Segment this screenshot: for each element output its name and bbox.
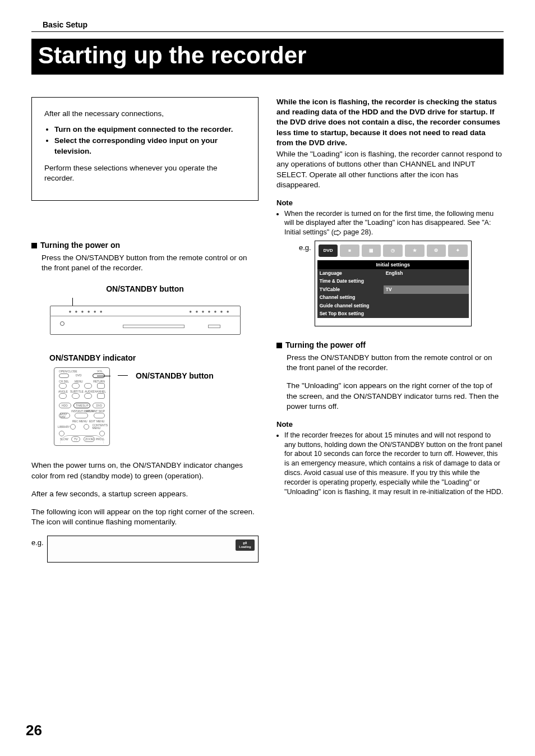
onstandby-button-label: ON/STANDBY button	[31, 284, 259, 294]
intro-lead: After all the necessary connections,	[44, 109, 246, 119]
initial-settings-figure: DVD ■ ▦ ◷ ★ ⚙ ✦ Initial settings Languag…	[315, 241, 472, 326]
onstandby-indicator-label: ON/STANDBY indicator	[49, 353, 259, 363]
right-column: While the icon is flashing, the recorder…	[276, 97, 504, 619]
menu-row-label: Channel setting	[317, 294, 384, 302]
remote-label: VOL	[97, 370, 103, 374]
menu-row: Guide channel setting	[317, 302, 469, 310]
menu-row: TV/CableTV	[317, 285, 469, 293]
menu-row: Time & Date setting	[317, 278, 469, 285]
remote-label: OPEN/CLOSE	[59, 370, 77, 374]
menu-row: Channel setting	[317, 294, 469, 302]
power-off-body: Press the ON/STANDBY button from the rem…	[287, 353, 504, 373]
menu-icon: ★	[405, 245, 425, 257]
menu-icon: ⚙	[427, 245, 446, 257]
remote-label: DVD	[96, 404, 102, 408]
power-on-body: Press the ON/STANDBY button from the rem…	[41, 253, 259, 273]
page-arrow-icon	[334, 230, 342, 236]
indicator-paragraph: When the power turns on, the ON/STANDBY …	[31, 460, 259, 481]
menu-icon: ■	[340, 245, 359, 257]
note-heading: Note	[276, 198, 504, 208]
menu-icon: DVD	[319, 245, 338, 257]
menu-icon: ◷	[383, 245, 403, 257]
remote-label: DVD	[76, 374, 82, 377]
page-number: 26	[26, 722, 42, 739]
bullet-square-icon	[276, 343, 282, 348]
bullet-square-icon	[31, 243, 37, 248]
menu-row-label: Guide channel setting	[317, 302, 384, 310]
remote-onstandby-label: ON/STANDBY button	[136, 371, 214, 381]
section-heading-text: Turning the power on	[40, 240, 120, 251]
menu-row-value: English	[384, 269, 469, 277]
section-heading-power-on: Turning the power on	[31, 240, 259, 251]
note-text-b: page 28).	[342, 228, 373, 236]
startup-paragraph: After a few seconds, a startup screen ap…	[31, 489, 259, 499]
loading-text: Loading	[239, 545, 251, 549]
menu-row-value	[384, 302, 469, 310]
unloading-paragraph: The "Unloading" icon appears on the righ…	[287, 381, 504, 412]
icon-paragraph: The following icon will appear on the to…	[31, 507, 259, 527]
menu-row-label: Set Top Box setting	[317, 310, 384, 318]
remote-label: REC MENU	[72, 420, 87, 423]
menu-icon: ✦	[448, 245, 468, 257]
menu-row: LanguageEnglish	[317, 269, 469, 277]
recorder-front-figure: ● ● ● ● ● ● ● ● ● ● ● ● ●	[50, 298, 241, 343]
flash-bold-paragraph: While the icon is flashing, the recorder…	[276, 98, 500, 147]
note-heading: Note	[276, 420, 504, 430]
intro-tail: Perform these selections whenever you op…	[44, 163, 246, 183]
breadcrumb: Basic Setup	[31, 20, 504, 32]
remote-label: EDIT MENU	[89, 420, 104, 423]
intro-bullet: Select the corresponding video input on …	[54, 136, 246, 156]
loading-screen-figure: ⇄ Loading	[47, 536, 259, 563]
menu-icon-row: DVD ■ ▦ ◷ ★ ⚙ ✦	[317, 243, 469, 260]
menu-title: Initial settings	[317, 260, 469, 269]
menu-row-value	[384, 310, 469, 318]
menu-row-value	[384, 294, 469, 302]
remote-label: LIBRARY	[58, 425, 70, 429]
eg-label: e.g.	[31, 538, 44, 548]
eg-label: e.g.	[299, 243, 311, 253]
note-item: If the recorder freezes for about 15 min…	[284, 431, 504, 497]
menu-row-label: Time & Date setting	[317, 278, 384, 285]
menu-row: Set Top Box setting	[317, 310, 469, 318]
remote-label: TIMESLIP	[76, 404, 89, 408]
intro-bullet: Turn on the equipment connected to the r…	[54, 125, 246, 135]
page-title: Starting up the recorder	[31, 39, 504, 75]
power-button-icon	[60, 321, 64, 326]
section-heading-text: Turning the power off	[285, 340, 366, 351]
menu-row-label: TV/Cable	[317, 285, 384, 293]
section-heading-power-off: Turning the power off	[276, 340, 504, 351]
note-text-a: When the recorder is turned on for the f…	[284, 210, 494, 237]
menu-row-value	[384, 278, 469, 285]
menu-icon: ▦	[362, 245, 381, 257]
remote-figure: OPEN/CLOSE DVD VOL CH SEL MENU RETURN AN…	[54, 367, 110, 446]
note-item: When the recorder is turned on for the f…	[284, 209, 504, 238]
menu-row-value: TV	[384, 285, 469, 293]
remote-label: HDD	[62, 404, 68, 408]
flash-body-paragraph: While the "Loading" icon is flashing, th…	[276, 149, 504, 190]
loading-icon: ⇄ Loading	[236, 540, 255, 551]
intro-box: After all the necessary connections, Tur…	[31, 97, 259, 201]
left-column: After all the necessary connections, Tur…	[31, 97, 259, 619]
menu-row-label: Language	[317, 269, 384, 277]
